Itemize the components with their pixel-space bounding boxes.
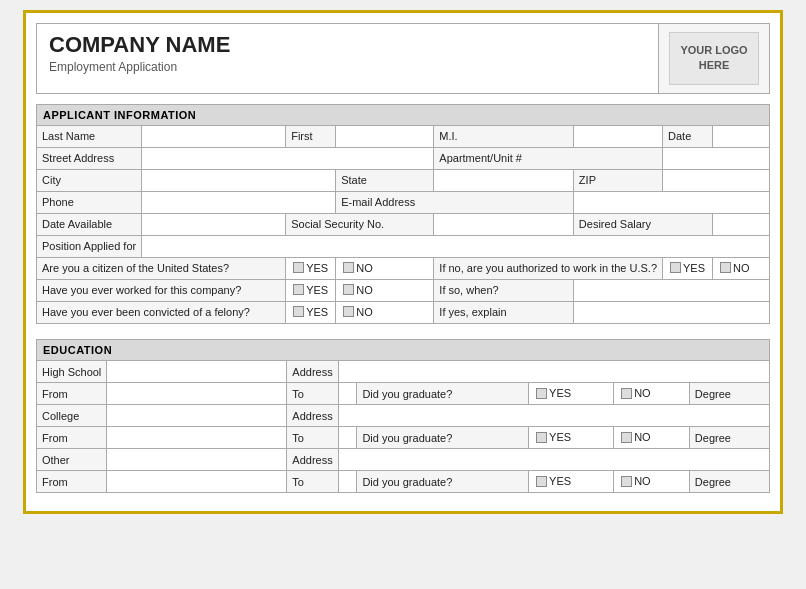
other-grad-q: Did you graduate? (357, 471, 529, 493)
felony-yes-cell[interactable]: YES (286, 301, 336, 323)
table-row: Street Address Apartment/Unit # (37, 147, 770, 169)
felony-yes-box[interactable] (293, 306, 304, 317)
street-label: Street Address (37, 147, 142, 169)
felony-explain-label: If yes, explain (434, 301, 574, 323)
authorized-question: If no, are you authorized to work in the… (434, 257, 663, 279)
date-input[interactable] (713, 125, 770, 147)
table-row: From To Did you graduate? YES NO Degree (37, 427, 770, 449)
worked-no-checkbox[interactable]: NO (343, 284, 373, 296)
apartment-input[interactable] (663, 147, 770, 169)
col-yes-checkbox[interactable]: YES (536, 431, 571, 443)
hs-no-checkbox[interactable]: NO (621, 387, 651, 399)
other-address-label: Address (287, 449, 338, 471)
last-name-input[interactable] (142, 125, 286, 147)
other-yes-cell[interactable]: YES (529, 471, 614, 493)
citizen-yes-box[interactable] (293, 262, 304, 273)
col-yes-box[interactable] (536, 432, 547, 443)
other-yes-box[interactable] (536, 476, 547, 487)
auth-yes-checkbox[interactable]: YES (670, 262, 705, 274)
other-yes-checkbox[interactable]: YES (536, 475, 571, 487)
col-from-input[interactable] (107, 427, 287, 449)
auth-no-checkbox[interactable]: NO (720, 262, 750, 274)
other-input[interactable] (107, 449, 287, 471)
table-row: Other Address (37, 449, 770, 471)
worked-no-cell[interactable]: NO (336, 279, 434, 301)
table-row: Position Applied for (37, 235, 770, 257)
high-school-input[interactable] (107, 361, 287, 383)
state-input[interactable] (434, 169, 574, 191)
col-no-checkbox[interactable]: NO (621, 431, 651, 443)
col-yes-cell[interactable]: YES (529, 427, 614, 449)
citizen-no-label: NO (356, 262, 373, 274)
hs-address-input[interactable] (338, 361, 769, 383)
hs-no-cell[interactable]: NO (614, 383, 690, 405)
other-from-input[interactable] (107, 471, 287, 493)
ssn-input[interactable] (434, 213, 574, 235)
first-input[interactable] (336, 125, 434, 147)
state-label: State (336, 169, 434, 191)
other-to-input[interactable] (338, 471, 357, 493)
other-to-label: To (287, 471, 338, 493)
worked-when-input[interactable] (573, 279, 769, 301)
worked-yes-checkbox[interactable]: YES (293, 284, 328, 296)
mi-input[interactable] (573, 125, 662, 147)
felony-yes-checkbox[interactable]: YES (293, 306, 328, 318)
citizen-no-box[interactable] (343, 262, 354, 273)
col-degree-label: Degree (689, 427, 769, 449)
felony-explain-input[interactable] (573, 301, 769, 323)
position-input[interactable] (142, 235, 770, 257)
hs-no-box[interactable] (621, 388, 632, 399)
hs-to-input[interactable] (338, 383, 357, 405)
col-no-box[interactable] (621, 432, 632, 443)
last-name-label: Last Name (37, 125, 142, 147)
citizen-no-checkbox[interactable]: NO (343, 262, 373, 274)
worked-yes-cell[interactable]: YES (286, 279, 336, 301)
worked-yes-box[interactable] (293, 284, 304, 295)
worked-yes-label: YES (306, 284, 328, 296)
other-no-checkbox[interactable]: NO (621, 475, 651, 487)
auth-yes-box[interactable] (670, 262, 681, 273)
hs-yes-box[interactable] (536, 388, 547, 399)
table-row: Have you ever been convicted of a felony… (37, 301, 770, 323)
auth-yes-cell[interactable]: YES (663, 257, 713, 279)
hs-from-label: From (37, 383, 107, 405)
citizen-no-cell[interactable]: NO (336, 257, 434, 279)
college-input[interactable] (107, 405, 287, 427)
col-address-input[interactable] (338, 405, 769, 427)
zip-input[interactable] (663, 169, 770, 191)
col-no-cell[interactable]: NO (614, 427, 690, 449)
date-available-input[interactable] (142, 213, 286, 235)
hs-yes-cell[interactable]: YES (529, 383, 614, 405)
other-no-cell[interactable]: NO (614, 471, 690, 493)
citizen-yes-cell[interactable]: YES (286, 257, 336, 279)
hs-yes-checkbox[interactable]: YES (536, 387, 571, 399)
felony-no-cell[interactable]: NO (336, 301, 434, 323)
col-to-input[interactable] (338, 427, 357, 449)
felony-no-box[interactable] (343, 306, 354, 317)
auth-no-cell[interactable]: NO (713, 257, 770, 279)
col-grad-q: Did you graduate? (357, 427, 529, 449)
street-input[interactable] (142, 147, 434, 169)
hs-grad-q: Did you graduate? (357, 383, 529, 405)
citizen-yes-checkbox[interactable]: YES (293, 262, 328, 274)
city-input[interactable] (142, 169, 336, 191)
desired-salary-input[interactable] (713, 213, 770, 235)
email-input[interactable] (573, 191, 769, 213)
table-row: Last Name First M.I. Date (37, 125, 770, 147)
felony-no-checkbox[interactable]: NO (343, 306, 373, 318)
education-table: High School Address From To Did you grad… (36, 360, 770, 493)
auth-no-box[interactable] (720, 262, 731, 273)
other-no-box[interactable] (621, 476, 632, 487)
phone-input[interactable] (142, 191, 336, 213)
header: COMPANY NAME Employment Application YOUR… (36, 23, 770, 94)
other-address-input[interactable] (338, 449, 769, 471)
other-label: Other (37, 449, 107, 471)
desired-salary-label: Desired Salary (573, 213, 712, 235)
spacer (37, 323, 770, 331)
hs-degree-label: Degree (689, 383, 769, 405)
hs-from-input[interactable] (107, 383, 287, 405)
worked-no-box[interactable] (343, 284, 354, 295)
col-address-label: Address (287, 405, 338, 427)
citizen-yes-label: YES (306, 262, 328, 274)
mi-label: M.I. (434, 125, 574, 147)
